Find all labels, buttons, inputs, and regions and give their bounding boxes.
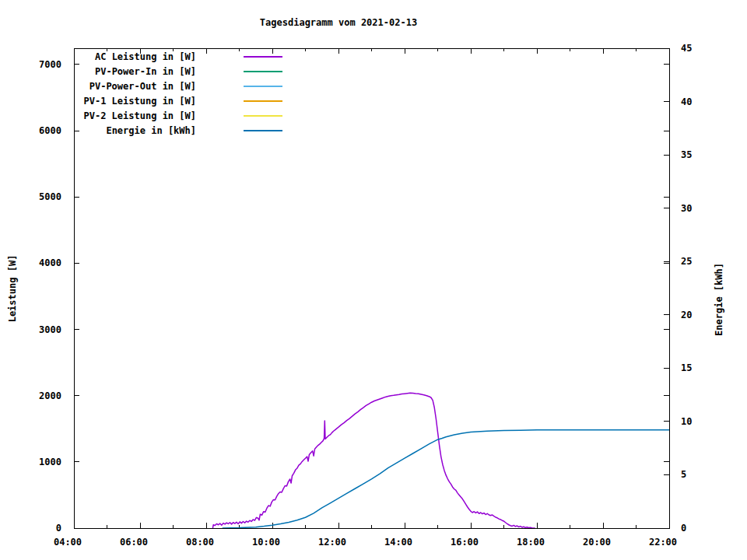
x-tick-label: 04:00 [54, 537, 82, 548]
y-right-tick-label: 0 [681, 523, 686, 534]
y-right-tick-label: 40 [681, 96, 692, 107]
y-right-tick-label: 5 [681, 469, 686, 480]
x-tick-label: 14:00 [384, 537, 412, 548]
y-left-tick-label: 7000 [39, 59, 61, 70]
curves-layer [213, 393, 670, 528]
y-right-tick-label: 15 [681, 362, 692, 373]
y-right-tick-label: 10 [681, 416, 692, 427]
y-left-tick-label: 5000 [39, 191, 61, 202]
y-right-tick-label: 20 [681, 310, 692, 320]
legend-label-pv-power-in: PV-Power-In in [W] [95, 66, 196, 77]
y-left-tick-label: 2000 [39, 390, 61, 401]
y-left-tick-label: 0 [56, 523, 61, 534]
x-tick-label: 16:00 [451, 537, 479, 548]
chart-title: Tagesdiagramm vom 2021-02-13 [260, 17, 417, 28]
series-curve-ac-leistung-in-w [213, 393, 535, 528]
x-tick-label: 22:00 [649, 537, 677, 548]
y-right-tick-label: 45 [681, 43, 692, 54]
x-tick-label: 12:00 [318, 537, 346, 548]
y-right-tick-label: 35 [681, 149, 692, 160]
y-left-tick-label: 1000 [39, 457, 61, 467]
y-left-axis-title: Leistung [W] [7, 255, 18, 323]
y-right-tick-label: 30 [681, 203, 692, 214]
legend-label-pv1-leistung: PV-1 Leistung in [W] [84, 96, 197, 107]
y-right-axis-title: Energie [kWh] [714, 263, 724, 336]
legend-label-pv-power-out: PV-Power-Out in [W] [89, 81, 196, 92]
chart-page: Tagesdiagramm vom 2021-02-13 Leistung [W… [0, 0, 747, 560]
x-tick-label: 06:00 [120, 537, 148, 548]
x-tick-label: 18:00 [517, 537, 545, 548]
y-left-tick-label: 3000 [39, 324, 61, 335]
y-left-tick-label: 4000 [39, 257, 61, 268]
x-tick-label: 08:00 [186, 537, 214, 548]
y-left-tick-label: 6000 [39, 125, 61, 136]
y-right-tick-label: 25 [681, 256, 692, 267]
chart-canvas: Tagesdiagramm vom 2021-02-13 Leistung [W… [0, 0, 747, 560]
x-tick-label: 20:00 [583, 537, 611, 548]
legend-label-energie: Energie in [kWh] [106, 125, 196, 136]
legend-label-pv2-leistung: PV-2 Leistung in [W] [84, 110, 197, 121]
x-tick-label: 10:00 [252, 537, 280, 548]
legend-label-ac-leistung: AC Leistung in [W] [95, 51, 196, 62]
legend: AC Leistung in [W] PV-Power-In in [W] PV… [84, 51, 283, 136]
